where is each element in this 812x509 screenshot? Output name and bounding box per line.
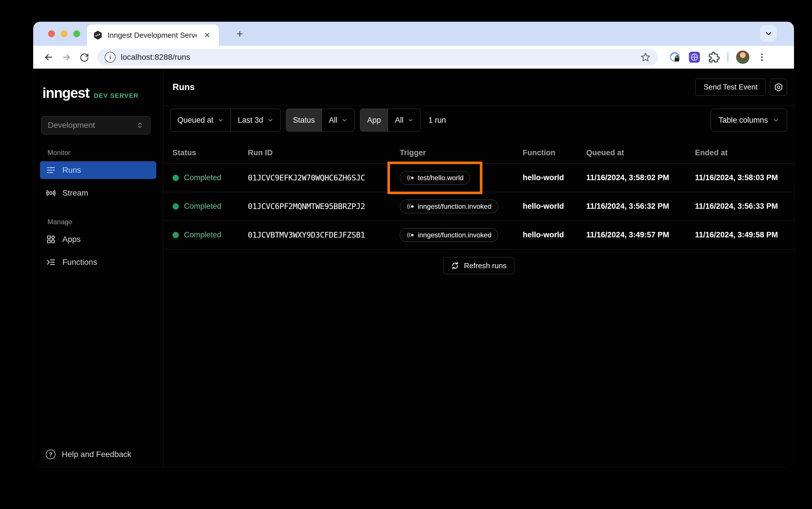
sidebar-item-label: Functions [62,258,97,267]
column-header-trigger: Trigger [400,148,523,157]
trigger-badge[interactable]: inngest/function.invoked [400,200,498,213]
window-zoom-button[interactable] [73,30,80,37]
function-name[interactable]: hello-world [523,173,586,182]
help-question-icon: ? [46,449,56,459]
window-minimize-button[interactable] [61,30,67,37]
run-count: 1 run [428,116,446,125]
run-id[interactable]: 01JCVC6PF2MQNMTWE95BBRZPJ2 [248,202,400,211]
chevron-down-icon [342,117,348,123]
new-tab-button[interactable]: + [233,28,246,41]
bookmark-star-icon[interactable] [640,52,651,62]
refresh-icon [451,261,459,270]
sidebar-item-label: Apps [62,235,81,244]
sidebar-item-runs[interactable]: Runs [40,161,156,179]
tab-search-chevron-button[interactable] [760,25,777,42]
tab-close-icon[interactable]: ✕ [202,30,213,41]
stream-icon [46,188,56,198]
sidebar-item-functions[interactable]: Functions [40,253,156,271]
function-name[interactable]: hello-world [523,202,586,211]
table-row[interactable]: Completed 01JCVBTMV3WXY9D3CFDEJFZSB1 inn… [163,221,794,249]
app-filter: App All [360,109,421,132]
up-down-chevrons-icon [136,121,144,129]
forward-button[interactable] [59,50,74,65]
sidebar-section-monitor: Monitor [47,149,156,157]
send-test-event-button[interactable]: Send Test Event [695,79,766,96]
environment-value: Development [48,121,95,130]
dev-server-badge: DEV SERVER [94,92,138,100]
url-text[interactable]: localhost:8288/runs [121,53,190,62]
status-label: Completed [184,202,222,211]
refresh-runs-button[interactable]: Refresh runs [443,257,514,274]
sidebar-item-label: Stream [62,189,88,198]
trigger-pill-wrap: test/hello.world [400,171,470,185]
run-id[interactable]: 01JCVC9EFKJ2W70WQHC6ZH6SJC [248,173,400,182]
profile-avatar[interactable] [736,50,750,64]
time-range-dropdown[interactable]: Last 3d [231,109,281,131]
trigger-name: inngest/function.invoked [418,202,492,210]
table-header: Status Run ID Trigger Function Queued at… [163,142,794,164]
status-filter: Status All [286,109,355,132]
app-filter-dropdown[interactable]: All [388,109,421,131]
ended-at-value: 11/16/2024, 3:49:58 PM [695,231,794,239]
reload-icon [79,52,89,62]
trigger-badge[interactable]: inngest/function.invoked [400,228,498,242]
forward-arrow-icon [61,52,71,62]
chevron-down-icon [773,117,779,124]
reload-button[interactable] [77,50,92,65]
back-button[interactable] [41,50,56,65]
table-row[interactable]: Completed 01JCVC9EFKJ2W70WQHC6ZH6SJC tes… [163,164,794,192]
help-label: Help and Feedback [62,450,131,459]
sidebar-item-stream[interactable]: Stream [40,184,156,202]
status-dot-icon [172,175,179,181]
toolbar-divider [727,52,728,62]
help-and-feedback[interactable]: ? Help and Feedback [40,446,137,463]
sidebar-section-manage: Manage [47,218,156,226]
password-manager-extension-icon[interactable] [669,51,681,63]
table-columns-dropdown[interactable]: Table columns [711,109,787,132]
status-label: Completed [184,173,222,182]
tab-title: Inngest Development Server [107,31,197,40]
sidebar-item-apps[interactable]: Apps [40,231,156,248]
purple-extension-icon[interactable] [688,51,701,63]
page-header: Runs Send Test Event [163,69,794,106]
browser-toolbar: i localhost:8288/runs [33,46,794,69]
function-name[interactable]: hello-world [523,231,586,239]
runs-table-body: Completed 01JCVC9EFKJ2W70WQHC6ZH6SJC tes… [163,164,794,249]
filter-bar: Queued at Last 3d Status All [170,108,787,132]
status-filter-dropdown[interactable]: All [322,109,355,131]
apps-icon [46,234,56,244]
event-pulse-icon [406,232,414,238]
table-row[interactable]: Completed 01JCVC6PF2MQNMTWE95BBRZPJ2 inn… [163,192,794,221]
browser-tab-active[interactable]: Inngest Development Server ✕ [87,25,219,46]
gear-hexagon-icon [774,82,783,92]
screenshot-stage: Inngest Development Server ✕ + i localho… [0,0,812,509]
back-arrow-icon [43,52,54,62]
settings-button[interactable] [770,79,787,96]
run-id[interactable]: 01JCVBTMV3WXY9D3CFDEJFZSB1 [248,231,400,239]
browser-menu-kebab-icon[interactable] [757,52,767,62]
chevron-down-icon [408,117,414,123]
queued-at-value: 11/16/2024, 3:58:02 PM [586,173,695,182]
extensions-area [669,50,767,64]
chevron-down-icon [218,117,224,123]
event-pulse-icon [406,175,414,181]
environment-selector[interactable]: Development [41,116,151,134]
status-label: Completed [184,231,222,239]
status-dot-icon [172,203,179,210]
trigger-badge[interactable]: test/hello.world [400,171,470,185]
inngest-favicon-icon [93,30,102,40]
status-filter-label: Status [286,109,322,131]
column-header-run-id: Run ID [248,148,400,157]
time-field-dropdown[interactable]: Queued at [170,109,231,131]
window-close-button[interactable] [48,30,55,37]
event-pulse-icon [406,203,414,210]
main-content: Runs Send Test Event Queued at [163,69,794,467]
trigger-name: inngest/function.invoked [418,231,492,239]
extensions-puzzle-icon[interactable] [708,51,720,63]
time-filter: Queued at Last 3d [170,109,281,132]
address-bar[interactable]: i localhost:8288/runs [97,49,658,66]
inngest-wordmark: inngest [42,84,89,101]
browser-tab-strip: Inngest Development Server ✕ + [33,22,794,46]
site-info-icon[interactable]: i [105,52,116,63]
page-title: Runs [172,82,195,92]
